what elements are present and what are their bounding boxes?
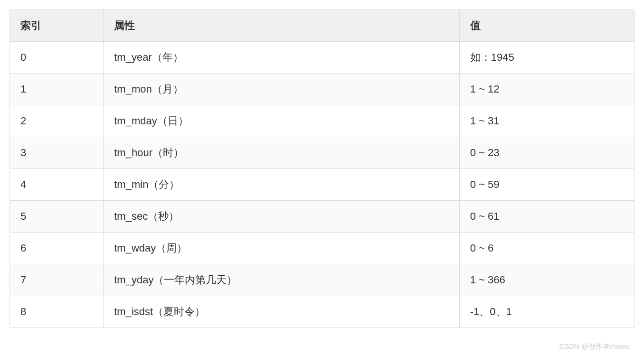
- cell-value: 0 ~ 23: [459, 137, 634, 169]
- cell-value: -1、0、1: [459, 296, 634, 328]
- cell-index: 5: [10, 201, 104, 233]
- table-header-row: 索引 属性 值: [10, 10, 635, 42]
- cell-attribute: tm_min（分）: [104, 169, 460, 201]
- table-row: 5 tm_sec（秒） 0 ~ 61: [10, 201, 635, 233]
- cell-value: 0 ~ 59: [459, 169, 634, 201]
- header-index: 索引: [10, 10, 104, 42]
- table-row: 4 tm_min（分） 0 ~ 59: [10, 169, 635, 201]
- cell-index: 2: [10, 105, 104, 137]
- cell-index: 8: [10, 296, 104, 328]
- time-struct-table: 索引 属性 值 0 tm_year（年） 如：1945 1 tm_mon（月） …: [9, 9, 635, 328]
- cell-value: 0 ~ 6: [459, 233, 634, 264]
- cell-index: 3: [10, 137, 104, 169]
- cell-value: 1 ~ 12: [459, 74, 634, 105]
- table-row: 7 tm_yday（一年内第几天） 1 ~ 366: [10, 264, 635, 296]
- table-row: 8 tm_isdst（夏时令） -1、0、1: [10, 296, 635, 328]
- table-row: 1 tm_mon（月） 1 ~ 12: [10, 74, 635, 105]
- cell-index: 0: [10, 42, 104, 74]
- cell-attribute: tm_yday（一年内第几天）: [104, 264, 460, 296]
- cell-attribute: tm_year（年）: [104, 42, 460, 74]
- cell-value: 如：1945: [459, 42, 634, 74]
- table-row: 0 tm_year（年） 如：1945: [10, 42, 635, 74]
- cell-value: 1 ~ 366: [459, 264, 634, 296]
- header-value: 值: [459, 10, 634, 42]
- table-row: 2 tm_mday（日） 1 ~ 31: [10, 105, 635, 137]
- cell-value: 0 ~ 61: [459, 201, 634, 233]
- cell-value: 1 ~ 31: [459, 105, 634, 137]
- cell-attribute: tm_mon（月）: [104, 74, 460, 105]
- cell-index: 6: [10, 233, 104, 264]
- header-attribute: 属性: [104, 10, 460, 42]
- cell-attribute: tm_isdst（夏时令）: [104, 296, 460, 328]
- cell-index: 4: [10, 169, 104, 201]
- cell-index: 1: [10, 74, 104, 105]
- cell-attribute: tm_hour（时）: [104, 137, 460, 169]
- table-row: 3 tm_hour（时） 0 ~ 23: [10, 137, 635, 169]
- table-row: 6 tm_wday（周） 0 ~ 6: [10, 233, 635, 264]
- cell-attribute: tm_mday（日）: [104, 105, 460, 137]
- cell-attribute: tm_wday（周）: [104, 233, 460, 264]
- cell-attribute: tm_sec（秒）: [104, 201, 460, 233]
- cell-index: 7: [10, 264, 104, 296]
